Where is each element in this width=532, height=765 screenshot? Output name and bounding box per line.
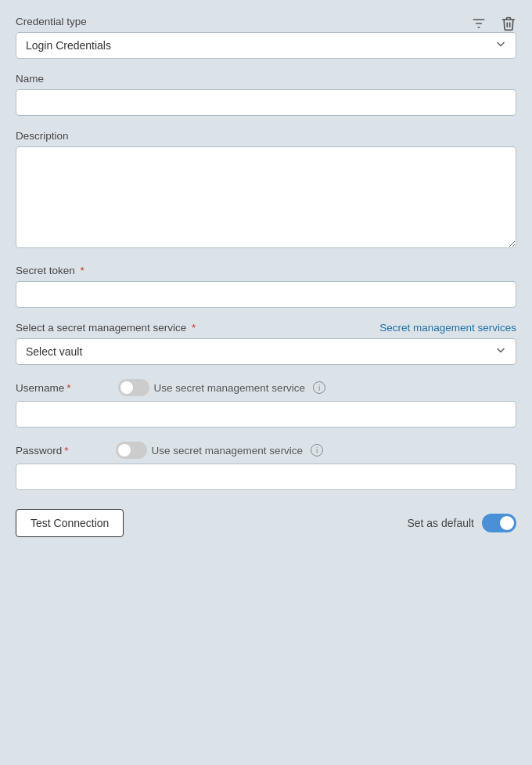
password-label: Password * [16,445,69,456]
test-connection-button[interactable]: Test Connection [16,509,124,537]
name-label: Name [16,73,516,85]
credential-type-group: Credential type Login Credentials [16,16,516,59]
secret-token-label: Secret token * [16,265,516,276]
password-toggle-label: Use secret management service [152,445,304,456]
password-toggle-switch[interactable] [116,442,147,459]
description-group: Description [16,130,516,251]
set-as-default-label: Set as default [407,517,474,529]
delete-icon-button[interactable] [498,13,519,34]
username-label: Username * [16,382,71,394]
username-required: * [66,382,70,394]
password-required: * [64,445,68,456]
set-as-default-group: Set as default [407,514,516,532]
secret-token-input[interactable] [16,281,516,308]
secret-management-label: Select a secret management service * [16,322,196,334]
username-toggle-label: Use secret management service [154,382,306,394]
name-input[interactable] [16,89,516,116]
top-action-icons [468,13,519,34]
username-toggle-switch[interactable] [118,379,149,396]
secret-management-header-row: Select a secret management service * Sec… [16,322,516,334]
credential-type-label: Credential type [16,16,516,27]
password-toggle-slider [116,442,147,459]
username-group: Username * Use secret management service… [16,379,516,428]
password-input[interactable] [16,464,516,490]
description-label: Description [16,130,516,142]
trash-icon [501,16,516,31]
secret-management-group: Select a secret management service * Sec… [16,322,516,365]
credential-type-select[interactable]: Login Credentials [16,32,516,59]
username-toggle-slider [118,379,149,396]
secret-management-services-link[interactable]: Secret management services [379,322,516,334]
password-info-icon[interactable]: i [311,444,323,456]
filter-icon-button[interactable] [468,13,490,34]
username-toggle-group: Use secret management service i [118,379,326,396]
username-header-row: Username * Use secret management service… [16,379,516,396]
username-info-icon[interactable]: i [313,381,325,394]
credential-type-select-wrapper: Login Credentials [16,32,516,59]
secret-management-required: * [189,322,196,334]
secret-token-required: * [77,265,84,276]
form-container: Credential type Login Credentials Name D… [0,0,532,561]
filter-icon [471,16,487,31]
vault-select[interactable]: Select vault [16,338,516,365]
vault-select-wrapper: Select vault [16,338,516,365]
bottom-bar: Test Connection Set as default [16,509,516,537]
name-group: Name [16,73,516,116]
description-textarea[interactable] [16,146,516,248]
password-group: Password * Use secret management service… [16,442,516,490]
set-as-default-slider [482,514,516,532]
set-as-default-toggle[interactable] [482,514,516,532]
password-header-row: Password * Use secret management service… [16,442,516,459]
secret-token-group: Secret token * [16,265,516,308]
password-toggle-group: Use secret management service i [116,442,324,459]
username-input[interactable] [16,401,516,428]
